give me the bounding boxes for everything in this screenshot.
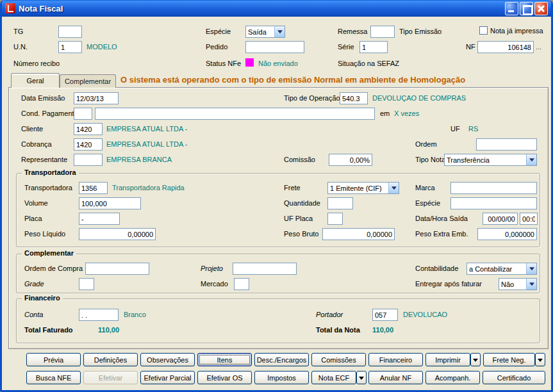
serie-label: Série: [338, 43, 354, 51]
cobranca-input[interactable]: [74, 138, 103, 151]
observacoes-button[interactable]: Observações: [140, 353, 195, 366]
efetivar-os-button[interactable]: Efetivar OS: [197, 371, 252, 384]
tab-geral[interactable]: Geral: [11, 73, 60, 88]
uf-label: UF: [450, 125, 460, 133]
un-label: U.N.: [13, 43, 28, 51]
frete-select[interactable]: 1 Emitente (CIF): [327, 182, 399, 194]
previa-button[interactable]: Prévia: [26, 353, 81, 366]
total-faturado-value: 110,00: [98, 326, 119, 334]
marca-input[interactable]: [450, 182, 537, 194]
grade-input[interactable]: [79, 278, 94, 290]
quantidade-input[interactable]: [327, 197, 353, 209]
cliente-input[interactable]: [74, 123, 103, 135]
desc-encargos-button[interactable]: Desc./Encargos: [254, 353, 309, 366]
transportadora-input[interactable]: [79, 182, 108, 194]
frete-neg-button[interactable]: Frete Neg.: [483, 353, 535, 366]
frete-neg-dropdown-button[interactable]: [535, 353, 545, 366]
entregar-apos-faturar-label: Entregar após faturar: [415, 280, 482, 288]
remessa-input[interactable]: [370, 26, 395, 38]
contabilidade-select[interactable]: a Contabilizar: [466, 263, 537, 275]
ordem-input[interactable]: [476, 138, 537, 151]
comissoes-button[interactable]: Comissões: [311, 353, 366, 366]
minimize-button[interactable]: [505, 2, 518, 15]
hora-saida-input[interactable]: [520, 213, 538, 225]
acompanh-button[interactable]: Acompanh.: [425, 371, 480, 384]
data-emissao-input[interactable]: [74, 92, 119, 104]
serie-input[interactable]: [359, 41, 388, 53]
peso-bruto-input[interactable]: [322, 228, 395, 240]
placa-label: Placa: [24, 215, 42, 222]
comissao-input[interactable]: [329, 154, 372, 166]
status-nfe-indicator: [245, 58, 254, 67]
total-da-nota-label: Total da Nota: [316, 326, 360, 334]
frete-label: Frete: [284, 184, 301, 192]
nf-input[interactable]: [477, 41, 534, 53]
em-label: em: [380, 110, 390, 117]
un-input[interactable]: [58, 41, 82, 53]
remessa-label: Remessa: [338, 28, 367, 35]
cobranca-label: Cobrança: [21, 140, 52, 148]
conta-input[interactable]: [79, 309, 119, 321]
pedido-input[interactable]: [245, 41, 304, 53]
environment-banner: O sistema está operando com o tipo de em…: [120, 75, 465, 85]
imprimir-button[interactable]: Imprimir: [425, 353, 470, 366]
tg-input[interactable]: [58, 26, 82, 38]
especie-transp-input[interactable]: [450, 197, 537, 209]
certificado-button[interactable]: Certificado: [483, 371, 545, 384]
tab-complementar[interactable]: Complementar: [60, 74, 116, 88]
titlebar[interactable]: Nota Fiscal: [2, 0, 551, 17]
close-button[interactable]: [534, 2, 548, 15]
cond-pagamento-desc-input[interactable]: [95, 108, 375, 120]
window-title: Nota Fiscal: [19, 4, 502, 13]
financeiro-group: Financeiro: [16, 298, 540, 343]
transportadora-description: Transportadora Rapida: [112, 184, 185, 192]
situacao-sefaz-label: Situação na SEFAZ: [338, 60, 399, 67]
financeiro-button[interactable]: Financeiro: [368, 353, 423, 366]
impostos-button[interactable]: Impostos: [254, 371, 309, 384]
nota-ecf-dropdown-button[interactable]: [356, 371, 367, 384]
peso-extra-input[interactable]: [477, 228, 537, 240]
maximize-button[interactable]: [520, 2, 533, 15]
uf-placa-label: UF Placa: [284, 215, 313, 222]
volume-input[interactable]: [79, 197, 141, 209]
tipo-nota-select[interactable]: Transferência: [444, 154, 537, 166]
vezes-value: X vezes: [394, 110, 419, 117]
transportadora-label: Transportadora: [24, 184, 72, 192]
cliente-description: EMPRESA ATUAL LTDA -: [106, 125, 187, 133]
contabilidade-label: Contabilidade: [415, 265, 458, 272]
app-icon: [5, 3, 15, 13]
peso-liquido-input[interactable]: [79, 228, 156, 240]
itens-button[interactable]: Itens: [197, 353, 252, 366]
representante-description: EMPRESA BRANCA: [106, 156, 172, 163]
total-faturado-label: Total Faturado: [24, 326, 73, 334]
definicoes-button[interactable]: Definições: [83, 353, 138, 366]
checkbox-box-icon[interactable]: [479, 26, 488, 35]
placa-input[interactable]: [79, 213, 120, 225]
tipo-operacao-input[interactable]: [340, 92, 368, 104]
nota-ja-impressa-checkbox[interactable]: Nota já impressa: [479, 26, 543, 35]
portador-description: DEVOLUCAO: [403, 311, 447, 318]
mercado-input[interactable]: [234, 278, 249, 290]
portador-label: Portador: [316, 311, 343, 318]
transportadora-group-title: Transportadora: [22, 168, 79, 176]
conta-description: Branco: [124, 311, 146, 318]
ordem-compra-input[interactable]: [85, 263, 149, 275]
portador-input[interactable]: [372, 309, 398, 321]
imprimir-dropdown-button[interactable]: [470, 353, 481, 366]
projeto-input[interactable]: [233, 263, 297, 275]
busca-nfe-button[interactable]: Busca NFE: [26, 371, 81, 384]
nf-more-button[interactable]: ...: [536, 43, 541, 51]
representante-input[interactable]: [74, 154, 103, 166]
entregar-apos-faturar-select[interactable]: Não: [499, 278, 537, 290]
nota-ecf-button[interactable]: Nota ECF: [311, 371, 356, 384]
chevron-down-icon: [526, 279, 536, 290]
data-saida-input[interactable]: [483, 213, 518, 225]
efetivar-button: Efetivar: [83, 371, 138, 384]
efetivar-parcial-button[interactable]: Efetivar Parcial: [140, 371, 195, 384]
cond-pagamento-code-input[interactable]: [74, 108, 92, 120]
anular-nf-button[interactable]: Anular NF: [368, 371, 423, 384]
tab-complementar-label: Complementar: [65, 78, 111, 85]
especie-select[interactable]: Saída: [245, 26, 285, 38]
uf-placa-input[interactable]: [327, 213, 343, 225]
data-hora-saida-label: Data/Hora Saída: [415, 215, 468, 222]
